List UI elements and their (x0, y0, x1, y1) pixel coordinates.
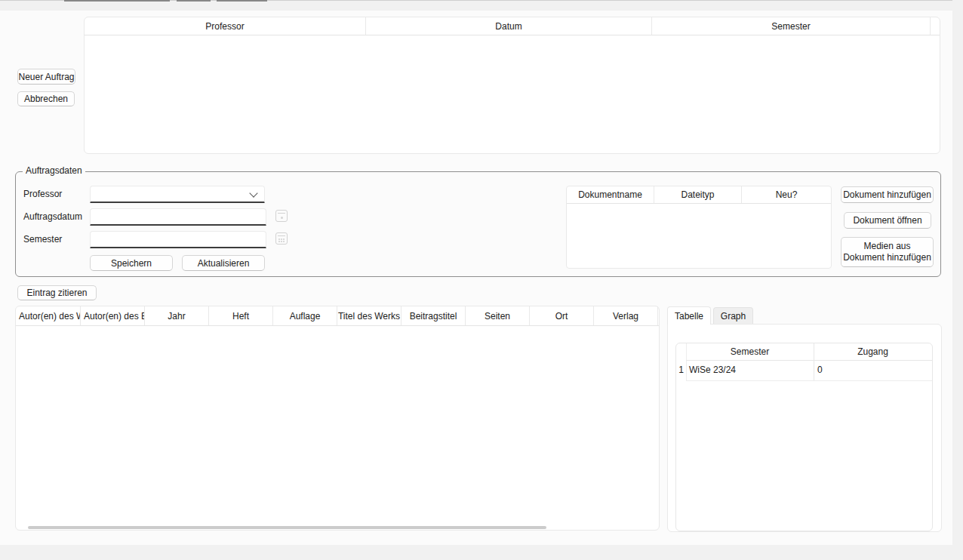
orders-column-datum[interactable]: Datum (366, 17, 652, 35)
chevron-down-icon[interactable] (249, 189, 257, 197)
horizontal-scrollbar[interactable] (28, 526, 546, 529)
window-top-edge-segment (177, 0, 211, 2)
save-button[interactable]: Speichern (90, 255, 173, 271)
stats-tab-panel: Semester Zugang 1 WiSe 23/24 0 (667, 324, 942, 532)
row-number: 1 (676, 360, 686, 380)
app-screen: Professor Datum Semester Neuer Auftrag A… (0, 0, 963, 560)
orders-column-professor[interactable]: Professor (85, 17, 366, 35)
citations-table-body[interactable] (16, 326, 659, 522)
citations-column-issue[interactable]: Heft (209, 306, 273, 325)
documents-column-filetype[interactable]: Dateityp (654, 186, 742, 203)
orders-column-semester[interactable]: Semester (652, 17, 931, 35)
new-order-button[interactable]: Neuer Auftrag (17, 69, 75, 85)
stats-column-semester[interactable]: Semester (686, 343, 814, 360)
open-document-button[interactable]: Dokument öffnen (844, 212, 931, 229)
professor-combobox[interactable] (90, 186, 265, 203)
citations-column-pages[interactable]: Seiten (466, 306, 530, 325)
groupbox-title: Auftragsdaten (23, 165, 85, 176)
documents-column-name[interactable]: Dokumentname (567, 186, 654, 203)
add-media-from-document-button[interactable]: Medien aus Dokument hinzufügen (841, 237, 934, 267)
citations-table: Autor(en) des Werks Autor(en) des Beitra… (15, 306, 660, 531)
order-date-input[interactable] (94, 209, 251, 223)
semester-input[interactable] (94, 232, 251, 246)
stats-table-row[interactable]: 1 WiSe 23/24 0 (676, 360, 932, 380)
orders-table-body[interactable] (85, 35, 940, 154)
professor-label: Professor (23, 186, 62, 203)
documents-table: Dokumentname Dateityp Neu? (566, 186, 832, 269)
stats-row-divider (686, 380, 932, 381)
add-document-button[interactable]: Dokument hinzufügen (841, 186, 934, 203)
citations-column-contribution-authors[interactable]: Autor(en) des Beitrags (81, 306, 145, 325)
cancel-button[interactable]: Abbrechen (17, 91, 75, 106)
citations-column-edition[interactable]: Auflage (273, 306, 337, 325)
orders-table-header: Professor Datum Semester (85, 17, 940, 35)
citations-column-contribution-title[interactable]: Beitragstitel (402, 306, 466, 325)
semester-stats-table: Semester Zugang 1 WiSe 23/24 0 (675, 343, 933, 531)
citations-column-year[interactable]: Jahr (145, 306, 209, 325)
window-top-edge-segment (217, 0, 267, 2)
semester-cell: WiSe 23/24 (689, 360, 736, 380)
citations-column-place[interactable]: Ort (530, 306, 594, 325)
zugang-cell: 0 (817, 360, 823, 380)
main-window: Professor Datum Semester Neuer Auftrag A… (0, 11, 952, 545)
order-data-groupbox: Auftragsdaten Professor Auftragsdatum Se… (15, 171, 941, 277)
documents-table-body[interactable] (567, 204, 831, 269)
documents-table-header: Dokumentname Dateityp Neu? (567, 186, 831, 204)
professor-combobox-input[interactable] (94, 186, 249, 201)
citations-column-publisher[interactable]: Verlag (594, 306, 658, 325)
calendar-icon[interactable] (275, 232, 288, 245)
semester-field[interactable] (90, 231, 266, 248)
semester-label: Semester (23, 231, 62, 248)
calendar-icon[interactable] (275, 210, 288, 222)
refresh-button[interactable]: Aktualisieren (182, 255, 265, 271)
order-date-label: Auftragsdatum (23, 208, 82, 226)
cite-entry-button[interactable]: Eintrag zitieren (17, 285, 97, 300)
citations-table-header: Autor(en) des Werks Autor(en) des Beitra… (16, 306, 659, 326)
orders-table: Professor Datum Semester (84, 17, 940, 154)
order-date-field[interactable] (90, 208, 266, 226)
citations-column-work-authors[interactable]: Autor(en) des Werks (16, 306, 81, 325)
tab-graph[interactable]: Graph (713, 307, 753, 324)
citations-column-work-title[interactable]: Titel des Werks (337, 306, 402, 325)
documents-column-new[interactable]: Neu? (742, 186, 831, 203)
tab-tabelle[interactable]: Tabelle (667, 306, 711, 325)
window-top-edge-segment (64, 0, 170, 2)
stats-column-zugang[interactable]: Zugang (814, 343, 932, 360)
